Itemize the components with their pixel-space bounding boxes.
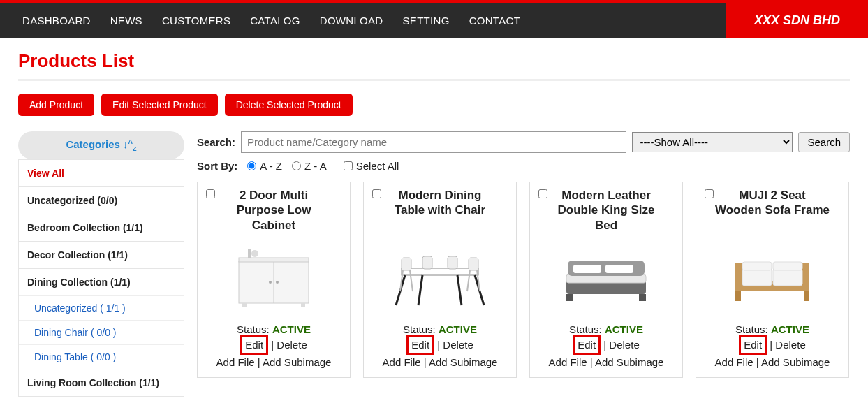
add-subimage-link[interactable]: Add Subimage	[595, 356, 663, 368]
product-checkbox[interactable]	[538, 189, 547, 198]
add-file-link[interactable]: Add File	[383, 356, 421, 368]
sidebar-item[interactable]: Uncategorized (0/0)	[19, 186, 184, 214]
product-checkbox[interactable]	[206, 189, 215, 198]
sidebar-item[interactable]: Living Room Collection (1/1)	[19, 369, 184, 396]
search-label: Search:	[197, 136, 235, 148]
sidebar-subitem[interactable]: Uncategorized ( 1/1 )	[19, 295, 184, 320]
sort-row: Sort By: A - Z Z - A Select All	[197, 160, 850, 172]
edit-link[interactable]: Edit	[573, 335, 601, 355]
delete-link[interactable]: Delete	[277, 339, 307, 351]
product-actions: Edit | Delete Add File | Add Subimage	[216, 335, 332, 370]
delete-link[interactable]: Delete	[609, 339, 639, 351]
svg-rect-21	[735, 263, 742, 291]
divider	[18, 79, 850, 81]
product-image	[554, 237, 659, 314]
sort-za-radio[interactable]	[292, 161, 301, 170]
search-row: Search: ----Show All---- Search	[197, 131, 850, 153]
add-subimage-link[interactable]: Add Subimage	[263, 356, 331, 368]
sidebar-subitem[interactable]: Dining Chair ( 0/0 )	[19, 320, 184, 344]
sort-icon: ↓AZ	[123, 138, 137, 150]
main: Search: ----Show All---- Search Sort By:…	[197, 131, 850, 378]
svg-rect-24	[773, 269, 802, 286]
edit-link[interactable]: Edit	[406, 335, 434, 355]
delete-selected-button[interactable]: Delete Selected Product	[225, 94, 353, 116]
add-file-link[interactable]: Add File	[216, 356, 255, 368]
select-all[interactable]: Select All	[344, 160, 399, 172]
sidebar-item[interactable]: Bedroom Collection (1/1)	[19, 214, 184, 241]
navbar: DASHBOARD NEWS CUSTOMERS CATALOG DOWNLOA…	[0, 3, 868, 38]
nav-setting[interactable]: SETTING	[403, 15, 450, 27]
product-card: 2 Door Multi Purpose Low Cabinet Status:…	[197, 182, 351, 378]
svg-rect-12	[469, 258, 478, 270]
sort-az-radio[interactable]	[247, 161, 256, 170]
svg-rect-25	[742, 262, 772, 270]
add-subimage-link[interactable]: Add Subimage	[761, 356, 830, 368]
nav-customers[interactable]: CUSTOMERS	[162, 15, 230, 27]
svg-rect-17	[605, 265, 633, 273]
categories-header[interactable]: Categories ↓AZ	[18, 131, 184, 159]
delete-link[interactable]: Delete	[443, 339, 473, 351]
nav-news[interactable]: NEWS	[110, 15, 142, 27]
product-status: Status: ACTIVE	[237, 323, 311, 335]
sidebar-item[interactable]: View All	[19, 159, 184, 186]
nav-dashboard[interactable]: DASHBOARD	[22, 15, 91, 27]
sidebar-subitem[interactable]: Dining Table ( 0/0 )	[19, 344, 184, 369]
product-image	[221, 237, 326, 314]
delete-link[interactable]: Delete	[775, 339, 805, 351]
add-product-button[interactable]: Add Product	[18, 94, 94, 116]
svg-point-4	[276, 281, 279, 284]
filter-select[interactable]: ----Show All----	[632, 132, 793, 152]
svg-rect-23	[742, 269, 772, 286]
nav-download[interactable]: DOWNLOAD	[320, 15, 383, 27]
product-card: MUJI 2 Seat Wooden Sofa Frame Status: AC…	[696, 182, 849, 378]
svg-rect-6	[301, 303, 305, 307]
nav-catalog[interactable]: CATALOG	[250, 15, 300, 27]
svg-rect-10	[422, 256, 432, 269]
product-actions: Edit | Delete Add File | Add Subimage	[383, 335, 498, 370]
product-title: Modern Dining Table with Chair	[369, 188, 510, 233]
svg-rect-22	[802, 263, 809, 291]
svg-rect-18	[566, 294, 573, 301]
add-subimage-link[interactable]: Add Subimage	[429, 356, 497, 368]
sidebar: Categories ↓AZ View AllUncategorized (0/…	[18, 131, 184, 397]
svg-point-7	[251, 250, 258, 257]
svg-rect-11	[448, 256, 457, 269]
product-card: Modern Leather Double King Size Bed Stat…	[529, 182, 683, 378]
product-title: Modern Leather Double King Size Bed	[536, 188, 677, 233]
edit-link[interactable]: Edit	[240, 335, 268, 355]
sidebar-item[interactable]: Dining Collection (1/1)	[19, 268, 184, 295]
sort-za[interactable]: Z - A	[292, 160, 327, 172]
product-checkbox[interactable]	[372, 189, 381, 198]
nav-contact[interactable]: CONTACT	[469, 15, 520, 27]
add-file-link[interactable]: Add File	[549, 356, 587, 368]
add-file-link[interactable]: Add File	[715, 356, 753, 368]
categories-header-label: Categories	[66, 138, 120, 150]
svg-rect-5	[242, 303, 247, 307]
search-input[interactable]	[241, 131, 626, 153]
select-all-checkbox[interactable]	[344, 161, 353, 170]
product-card: Modern Dining Table with Chair Status: A…	[363, 182, 517, 378]
svg-point-3	[269, 281, 272, 284]
sidebar-item[interactable]: Decor Collection (1/1)	[19, 241, 184, 268]
brand-badge: XXX SDN BHD	[726, 3, 868, 38]
product-grid: 2 Door Multi Purpose Low Cabinet Status:…	[197, 182, 850, 378]
product-status: Status: ACTIVE	[569, 323, 643, 335]
product-image	[720, 237, 825, 314]
edit-selected-button[interactable]: Edit Selected Product	[101, 94, 218, 116]
product-checkbox[interactable]	[705, 189, 714, 198]
nav-links: DASHBOARD NEWS CUSTOMERS CATALOG DOWNLOA…	[22, 15, 726, 27]
sort-az[interactable]: A - Z	[247, 160, 282, 172]
svg-rect-16	[573, 265, 601, 273]
product-actions: Edit | Delete Add File | Add Subimage	[715, 335, 830, 370]
product-title: MUJI 2 Seat Wooden Sofa Frame	[702, 188, 843, 233]
product-actions: Edit | Delete Add File | Add Subimage	[549, 335, 664, 370]
svg-rect-8	[402, 268, 478, 275]
search-button[interactable]: Search	[798, 132, 850, 152]
edit-link[interactable]: Edit	[739, 335, 767, 355]
page-title: Products List	[18, 50, 850, 72]
product-image	[388, 237, 492, 314]
categories-list: View AllUncategorized (0/0)Bedroom Colle…	[18, 159, 184, 397]
svg-rect-26	[773, 262, 802, 270]
sort-label: Sort By:	[197, 160, 237, 172]
svg-rect-9	[402, 258, 411, 270]
